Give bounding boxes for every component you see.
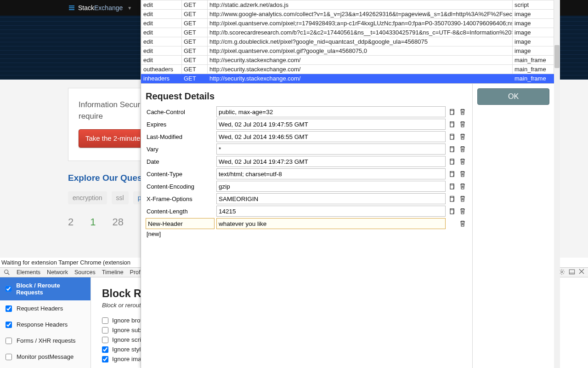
svg-rect-14 xyxy=(450,185,454,189)
devtools-tab-sources[interactable]: Sources xyxy=(74,269,96,276)
ok-button[interactable]: OK xyxy=(477,88,549,105)
add-new-header-link[interactable]: [new] xyxy=(146,230,468,237)
copy-icon[interactable] xyxy=(447,120,456,128)
new-header-key-input[interactable] xyxy=(146,218,215,229)
copy-icon[interactable] xyxy=(447,157,456,166)
filter-label: Ignore style xyxy=(112,346,144,353)
copy-icon[interactable] xyxy=(447,145,456,153)
sidebar-checkbox[interactable] xyxy=(6,354,12,360)
sidebar-item[interactable]: Monitor postMessage xyxy=(0,349,90,365)
header-row: Content-Encoding xyxy=(146,181,468,192)
header-value-input[interactable] xyxy=(216,206,446,217)
header-value-input[interactable] xyxy=(216,168,446,179)
filter-checkbox[interactable] xyxy=(102,327,108,334)
svg-rect-16 xyxy=(450,210,454,214)
request-row[interactable]: inheadersGEThttp://security.stackexchang… xyxy=(141,74,554,83)
devtools-tab-elements[interactable]: Elements xyxy=(17,269,40,276)
search-icon[interactable] xyxy=(4,269,10,276)
copy-icon[interactable] xyxy=(447,108,456,116)
request-cell-a: edit xyxy=(141,37,182,46)
scrollbar[interactable] xyxy=(554,0,560,368)
filter-checkbox[interactable] xyxy=(102,317,108,324)
take-tour-button[interactable]: Take the 2-minute t xyxy=(79,129,151,148)
header-row: Cache-Control xyxy=(146,106,468,117)
request-row[interactable]: editGEThttp://static.adzerk.net/ados.jss… xyxy=(141,0,554,10)
dock-icon[interactable] xyxy=(569,269,575,276)
new-header-row xyxy=(146,218,468,229)
sidebar-item-label: Block / Reroute Requests xyxy=(16,282,85,296)
request-cell-a: edit xyxy=(141,28,182,37)
header-value-input[interactable] xyxy=(216,131,446,142)
filter-checkbox[interactable] xyxy=(102,356,108,362)
header-name: Vary xyxy=(146,146,215,153)
delete-icon[interactable] xyxy=(458,170,467,178)
close-icon[interactable] xyxy=(579,269,584,276)
header-name: Last-Modified xyxy=(146,133,215,140)
delete-icon[interactable] xyxy=(458,219,467,228)
header-row: Content-Length xyxy=(146,206,468,217)
request-row[interactable]: editGEThttp://cm.g.doubleclick.net/pixel… xyxy=(141,37,554,46)
sidebar-item[interactable]: Block / Reroute Requests xyxy=(0,277,90,300)
header-row: X-Frame-Options xyxy=(146,193,468,204)
request-cell-m: GET xyxy=(182,37,208,46)
header-value-input[interactable] xyxy=(216,119,446,130)
request-cell-m: GET xyxy=(182,28,208,37)
header-value-input[interactable] xyxy=(216,193,446,204)
delete-icon[interactable] xyxy=(458,195,467,203)
copy-icon[interactable] xyxy=(447,207,456,215)
header-value-input[interactable] xyxy=(216,181,446,192)
svg-rect-1 xyxy=(69,7,74,8)
request-row[interactable]: editGEThttp://pixel.quantserve.com/pixel… xyxy=(141,19,554,28)
request-row[interactable]: outheadersGEThttp://security.stackexchan… xyxy=(141,65,554,74)
filter-checkbox[interactable] xyxy=(102,346,108,353)
request-row[interactable]: editGEThttp://b.scorecardresearch.com/b?… xyxy=(141,28,554,37)
se-logo[interactable]: StackExchange ▼ xyxy=(68,4,132,12)
svg-rect-15 xyxy=(450,197,454,201)
delete-icon[interactable] xyxy=(458,132,467,141)
request-cell-m: GET xyxy=(182,0,208,10)
header-value-input[interactable] xyxy=(216,156,446,167)
copy-icon[interactable] xyxy=(447,182,456,190)
tag-encryption[interactable]: encryption xyxy=(68,191,107,204)
svg-rect-10 xyxy=(450,135,454,139)
copy-icon[interactable] xyxy=(447,195,456,203)
request-cell-u: http://b.scorecardresearch.com/b?c1=2&c2… xyxy=(208,28,513,37)
request-cell-t: image xyxy=(513,46,554,56)
request-cell-t: image xyxy=(513,37,554,46)
sidebar-checkbox[interactable] xyxy=(6,338,12,344)
copy-icon[interactable] xyxy=(447,170,456,178)
request-cell-m: GET xyxy=(182,74,208,83)
sidebar-item[interactable]: Response Headers xyxy=(0,316,90,333)
request-cell-u: http://pixel.quantserve.com/pixel.gif?go… xyxy=(208,46,513,56)
request-row[interactable]: editGEThttp://pixel.quantserve.com/pixel… xyxy=(141,46,554,56)
delete-icon[interactable] xyxy=(458,108,467,116)
sidebar-checkbox[interactable] xyxy=(6,322,12,328)
request-row[interactable]: editGEThttp://security.stackexchange.com… xyxy=(141,56,554,65)
filter-checkbox[interactable] xyxy=(102,337,108,343)
request-cell-m: GET xyxy=(182,56,208,65)
sidebar-checkbox[interactable] xyxy=(6,286,11,292)
devtools-tab-timeline[interactable]: Timeline xyxy=(102,269,124,276)
header-row: Expires xyxy=(146,119,468,130)
header-value-input[interactable] xyxy=(216,106,446,117)
request-row[interactable]: editGEThttp://www.google-analytics.com/c… xyxy=(141,10,554,19)
copy-icon[interactable] xyxy=(447,132,456,141)
delete-icon[interactable] xyxy=(458,157,467,166)
filter-label: Ignore imag xyxy=(112,356,145,362)
sidebar-checkbox[interactable] xyxy=(6,305,12,312)
sidebar-item[interactable]: Forms / XHR requests xyxy=(0,333,90,349)
request-cell-u: http://security.stackexchange.com/ xyxy=(208,74,513,83)
request-cell-a: edit xyxy=(141,46,182,56)
header-value-input[interactable] xyxy=(216,144,446,155)
filter-label: Ignore scrip xyxy=(112,336,145,343)
sidebar-item[interactable]: Request Headers xyxy=(0,300,90,316)
delete-icon[interactable] xyxy=(458,207,467,215)
tag-ssl[interactable]: ssl xyxy=(112,191,129,204)
delete-icon[interactable] xyxy=(458,145,467,153)
devtools-sidebar: Block / Reroute RequestsRequest HeadersR… xyxy=(0,277,91,368)
new-header-value-input[interactable] xyxy=(216,218,446,229)
devtools-tab-network[interactable]: Network xyxy=(47,269,68,276)
delete-icon[interactable] xyxy=(458,182,467,190)
delete-icon[interactable] xyxy=(458,120,467,128)
sidebar-item-label: Response Headers xyxy=(17,321,68,328)
